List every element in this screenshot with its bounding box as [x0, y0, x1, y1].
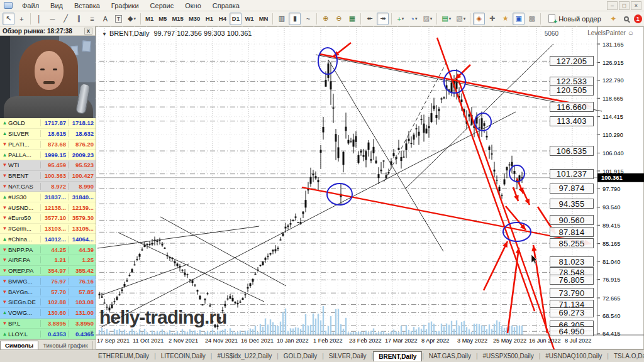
chart-tab[interactable]: #USNDAQ100,Daily: [540, 351, 607, 361]
price-level-label: 69.273: [550, 307, 594, 317]
arrow-up-icon: ▲: [1, 152, 8, 158]
app-icon[interactable]: [4, 2, 13, 9]
timeframe-m5[interactable]: M5: [157, 13, 169, 25]
periods-icon[interactable]: ◔▾: [408, 13, 419, 25]
close-button[interactable]: ×: [631, 1, 641, 10]
menu-item-2[interactable]: Вставка: [69, 1, 106, 10]
timeframe-mn[interactable]: MN: [257, 13, 270, 25]
timeframe-m30[interactable]: M30: [187, 13, 202, 25]
new-chart-icon[interactable]: ▤▾: [440, 13, 453, 25]
ask-value: 95.523: [68, 162, 96, 168]
symbol-row[interactable]: ▲#US3031837...31840...: [0, 192, 96, 202]
symbol-row[interactable]: ▲GOLD1717.871718.12: [0, 118, 96, 129]
symbol-row[interactable]: ▼BAYGn...57.7057.85: [0, 287, 96, 297]
chart-tab[interactable]: ETHEREUM,Daily: [93, 351, 154, 361]
line-view-icon[interactable]: ~: [302, 13, 314, 25]
strategy-tester-toggle-icon[interactable]: ▩: [526, 13, 538, 25]
horizontal-line-tool[interactable]: ─: [47, 13, 58, 25]
symbol-row[interactable]: ▲#China...14012...14064...: [0, 234, 96, 244]
timeframe-d1[interactable]: D1: [230, 13, 242, 25]
restore-button[interactable]: □: [619, 1, 630, 10]
chart-tab[interactable]: TSLA.O,Daily: [609, 351, 644, 361]
svg-text:118.665: 118.665: [602, 96, 623, 102]
equidistant-channel-tool[interactable]: ∥: [73, 13, 85, 25]
symbol-row[interactable]: ▼AIRF.PA1.211.25: [0, 255, 96, 266]
menu-item-5[interactable]: Окно: [179, 1, 207, 10]
indicators-icon[interactable]: +▾: [394, 13, 406, 25]
new-order-button[interactable]: Новый ордер: [544, 13, 606, 25]
symbol-row[interactable]: ▼WTI95.45995.523: [0, 160, 96, 171]
data-window-toggle-icon[interactable]: ✚: [486, 13, 498, 25]
shapes-tool[interactable]: ◆▾: [126, 13, 138, 25]
symbol-row[interactable]: ▼BP.L3.88953.8950: [0, 319, 96, 329]
symbol-row[interactable]: ▼#Euro503577.103579.30: [0, 213, 96, 224]
menu-item-6[interactable]: Справка: [207, 1, 245, 10]
ask-value: 31840...: [68, 194, 96, 200]
symbol-row[interactable]: ▼OREP.PA354.97355.42: [0, 266, 96, 277]
timeframe-w1[interactable]: W1: [243, 13, 255, 25]
chart-collapse-icon[interactable]: ▼: [102, 31, 107, 37]
menu-item-4[interactable]: Сервис: [145, 1, 180, 10]
minimize-button[interactable]: –: [607, 1, 618, 10]
symbol-row[interactable]: ▲PALLA...1999.152009.23: [0, 150, 96, 160]
eraser-icon[interactable]: ✦: [608, 13, 619, 25]
webcam-poster: [82, 41, 91, 52]
symbol-row[interactable]: ▼#Germ...13103...13105...: [0, 224, 96, 234]
scroll-down-icon[interactable]: ∨: [90, 329, 94, 335]
price-level-label: 87.814: [550, 227, 594, 237]
tile-windows-icon[interactable]: ▦: [346, 13, 358, 25]
timeframe-m1[interactable]: M1: [143, 13, 155, 25]
timeframe-h1[interactable]: H1: [203, 13, 215, 25]
market-watch-tab-inactive[interactable]: Тиковый график: [38, 341, 92, 349]
notification-badge[interactable]: 1: [634, 14, 642, 23]
chart-tab[interactable]: NAT.GAS,Daily: [424, 351, 476, 361]
menu-item-1[interactable]: Вид: [45, 1, 69, 10]
new-order-icon: [548, 14, 555, 23]
auto-scroll-icon[interactable]: ↞: [364, 13, 375, 25]
chart-tab[interactable]: GOLD,Daily: [279, 351, 322, 361]
bid-value: 12138...: [40, 204, 68, 211]
label-tool[interactable]: T: [113, 13, 125, 25]
symbol-row[interactable]: ▼NAT.GAS8.9728.990: [0, 182, 96, 192]
bars-view-icon[interactable]: ▥: [275, 13, 287, 25]
symbol-row[interactable]: ▼BMWG...75.9776.16: [0, 276, 96, 287]
terminal-toggle-icon[interactable]: ▣: [513, 13, 525, 25]
symbol-row[interactable]: ▲VOWG...130.60131.00: [0, 308, 96, 319]
profiles-icon[interactable]: ▧▾: [454, 13, 467, 25]
vertical-line-tool[interactable]: │: [33, 13, 45, 25]
svg-text:76.915: 76.915: [602, 277, 620, 283]
search-icon[interactable]: [624, 16, 629, 21]
symbol-row[interactable]: ▼PLATI...873.68876.20: [0, 140, 96, 150]
menu-item-0[interactable]: Файл: [16, 1, 45, 10]
symbol-row[interactable]: ▼#USND...12138...12139...: [0, 202, 96, 213]
zoom-out-icon[interactable]: ⊖: [333, 13, 345, 25]
chart-tab[interactable]: SILVER,Daily: [324, 351, 372, 361]
chart-tab[interactable]: #USSPX500,Daily: [478, 351, 539, 361]
close-panel-icon[interactable]: x: [84, 28, 92, 35]
symbol-row[interactable]: ▲SILVER18.61518.632: [0, 129, 96, 140]
chart-shift-icon[interactable]: ↠: [377, 13, 389, 25]
chart-tab[interactable]: LITECOIN,Daily: [156, 351, 211, 361]
symbol-row[interactable]: ▼BNPP.PA44.2544.39: [0, 244, 96, 255]
chart-tab[interactable]: BRENT,Daily: [373, 351, 422, 361]
timeframe-h4[interactable]: H4: [216, 13, 228, 25]
templates-icon[interactable]: ▨▾: [421, 13, 434, 25]
symbol-row[interactable]: ▲LLOY.L0.43530.4365: [0, 329, 96, 339]
chart-area[interactable]: 131.165126.915122.790118.665114.415110.2…: [96, 26, 644, 349]
crosshair-tool[interactable]: +: [16, 13, 28, 25]
symbol-row[interactable]: ▼BRENT100.363100.427: [0, 171, 96, 182]
chart-tab[interactable]: #US$idx_U22,Daily: [212, 351, 277, 361]
market-watch-toggle-icon[interactable]: ◈: [473, 13, 485, 25]
timeframe-m15[interactable]: M15: [170, 13, 185, 25]
fibonacci-tool[interactable]: ≡: [86, 13, 98, 25]
symbol-row[interactable]: ▼SIEGn.DE102.88103.08: [0, 297, 96, 308]
chart-title: ▼BRENT,Daily99.797 102.356 99.303 100.36…: [102, 30, 252, 37]
menu-item-3[interactable]: Графики: [106, 1, 145, 10]
text-tool[interactable]: A: [99, 13, 111, 25]
trendline-tool[interactable]: ╱: [60, 13, 72, 25]
cursor-tool[interactable]: ↖: [3, 13, 14, 25]
market-watch-tab-active[interactable]: Символы: [0, 341, 38, 349]
candles-view-icon[interactable]: ▮: [289, 13, 301, 25]
zoom-in-icon[interactable]: ⊕: [319, 13, 331, 25]
navigator-toggle-icon[interactable]: ★: [499, 13, 511, 25]
